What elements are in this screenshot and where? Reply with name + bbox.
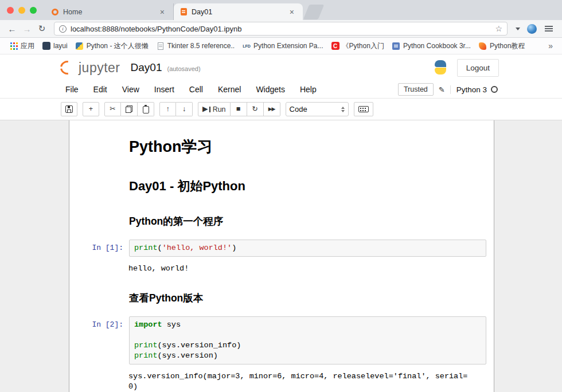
apps-grid-icon bbox=[10, 42, 12, 44]
add-cell-button[interactable]: + bbox=[83, 102, 99, 116]
token-print: print bbox=[134, 351, 158, 360]
address-bar[interactable]: i localhost:8888/notebooks/PythonCode/Da… bbox=[54, 22, 508, 36]
restart-kernel-button[interactable]: ↻ bbox=[247, 102, 264, 116]
python-favicon-icon bbox=[76, 42, 83, 50]
browser-menu-icon[interactable] bbox=[545, 28, 553, 29]
navigation-bar: ← → ↻ i localhost:8888/notebooks/PythonC… bbox=[0, 20, 562, 38]
jupyter-swirl-icon bbox=[60, 60, 75, 75]
jupyter-toolbar: + ✂ ↑ ↓ ▶ Run ■ ↻ ▶▶ Code bbox=[0, 99, 562, 120]
new-tab-button[interactable] bbox=[303, 5, 325, 19]
move-cell-down-button[interactable]: ↓ bbox=[176, 102, 193, 116]
tab-list: Home × Day01 × bbox=[45, 0, 321, 20]
tab-close-icon[interactable]: × bbox=[158, 7, 166, 17]
bookmark-python-tutorial[interactable]: Python教程 bbox=[475, 40, 529, 53]
back-icon[interactable]: ← bbox=[5, 24, 19, 34]
run-cell-button[interactable]: ▶ Run bbox=[198, 102, 231, 116]
bookmark-python-cookbook[interactable]: Python Cookbook 3r... bbox=[388, 40, 475, 52]
bookmark-layui[interactable]: layui bbox=[38, 40, 72, 52]
copy-cell-button[interactable] bbox=[121, 102, 138, 116]
cell-type-value: Code bbox=[290, 105, 307, 113]
token-print: print bbox=[134, 244, 158, 252]
markdown-cell-h1[interactable]: Python学习 bbox=[69, 127, 494, 165]
bookmark-label: Python教程 bbox=[490, 41, 525, 51]
output-text-1: hello, world! bbox=[128, 261, 487, 276]
markdown-cell-h2[interactable]: Day01 - 初始Python bbox=[69, 165, 494, 203]
forward-icon[interactable]: → bbox=[19, 24, 34, 34]
fast-forward-icon: ▶▶ bbox=[268, 107, 275, 112]
zoom-window-button[interactable] bbox=[30, 7, 37, 14]
kernel-name: Python 3 bbox=[456, 85, 487, 94]
bookmarks-overflow-chevron[interactable]: » bbox=[545, 41, 556, 50]
jupyter-header: jupyter Day01 (autosaved) Logout bbox=[0, 54, 562, 81]
code-cell-2[interactable]: In [2]: import sys print(sys.version_inf… bbox=[69, 313, 494, 368]
edit-mode-pencil-icon: ✎ bbox=[439, 85, 445, 94]
code-input-1[interactable]: print('hello, world!') bbox=[129, 240, 486, 257]
interrupt-kernel-button[interactable]: ■ bbox=[231, 102, 247, 116]
cell-type-dropdown[interactable]: Code bbox=[286, 102, 349, 116]
restart-run-all-button[interactable]: ▶▶ bbox=[264, 102, 280, 116]
traffic-lights bbox=[7, 7, 37, 14]
code-cell-1[interactable]: In [1]: print('hello, world!') bbox=[69, 236, 494, 260]
bookmark-label: Python - 这个人很懒 bbox=[87, 41, 149, 51]
jupyter-favicon bbox=[52, 9, 58, 15]
menu-edit[interactable]: Edit bbox=[86, 83, 115, 96]
output-area-2: sys.version_info(major=3, minor=6, micro… bbox=[69, 368, 494, 392]
paste-cell-button[interactable] bbox=[138, 102, 154, 116]
notebook-title[interactable]: Day01 bbox=[131, 61, 162, 74]
bookmark-python-blog[interactable]: Python - 这个人很懒 bbox=[72, 40, 153, 53]
input-prompt: In [1]: bbox=[73, 240, 129, 257]
browser-window: Home × Day01 × ← → ↻ i localhost:8888/no… bbox=[0, 0, 562, 392]
tab-day01[interactable]: Day01 × bbox=[174, 3, 303, 20]
command-palette-button[interactable] bbox=[354, 102, 373, 116]
reload-icon[interactable]: ↻ bbox=[34, 23, 49, 34]
output-area-1: hello, world! bbox=[69, 260, 494, 280]
feather-favicon-icon bbox=[479, 42, 486, 50]
keyboard-icon bbox=[358, 106, 369, 112]
page-info-icon[interactable]: i bbox=[59, 25, 67, 33]
bookmark-tkinter[interactable]: Tkinter 8.5 reference.. bbox=[153, 40, 239, 52]
document-favicon-icon bbox=[158, 42, 163, 50]
token-print: print bbox=[134, 341, 158, 350]
logout-button[interactable]: Logout bbox=[457, 59, 499, 77]
bookmark-python-extension[interactable]: LFD Python Extension Pa... bbox=[239, 40, 327, 52]
move-cell-up-button[interactable]: ↑ bbox=[159, 102, 176, 116]
bookmark-label: Python Extension Pa... bbox=[253, 42, 323, 50]
jupyter-logo[interactable]: jupyter bbox=[60, 60, 120, 76]
kernel-status-icon bbox=[491, 86, 498, 93]
run-label: Run bbox=[213, 105, 226, 113]
menu-view[interactable]: View bbox=[115, 83, 147, 96]
bookmarks-bar: 应用 layui Python - 这个人很懒 Tkinter 8.5 refe… bbox=[0, 38, 562, 54]
save-icon bbox=[65, 105, 73, 113]
menu-kernel[interactable]: Kernel bbox=[210, 83, 248, 96]
cut-cell-button[interactable]: ✂ bbox=[104, 102, 121, 116]
downloads-caret-icon[interactable] bbox=[516, 28, 520, 30]
paste-icon bbox=[143, 106, 149, 113]
notebook-favicon bbox=[181, 8, 187, 15]
profile-avatar-icon[interactable] bbox=[527, 24, 537, 34]
markdown-cell-h3-first-program[interactable]: Python的第一个程序 bbox=[69, 203, 494, 236]
notebook-container: Python学习 Day01 - 初始Python Python的第一个程序 I… bbox=[69, 120, 494, 392]
minimize-window-button[interactable] bbox=[18, 7, 25, 14]
output-text-2: sys.version_info(major=3, minor=6, micro… bbox=[128, 369, 487, 392]
trusted-button[interactable]: Trusted bbox=[398, 83, 434, 96]
tab-home[interactable]: Home × bbox=[45, 3, 174, 20]
menu-file[interactable]: File bbox=[61, 83, 86, 96]
notebook-scroll-area[interactable]: Python学习 Day01 - 初始Python Python的第一个程序 I… bbox=[0, 120, 562, 392]
menu-widgets[interactable]: Widgets bbox=[248, 83, 292, 96]
python-logo-icon bbox=[433, 60, 448, 75]
jupyter-logo-text: jupyter bbox=[79, 60, 120, 76]
save-button[interactable] bbox=[61, 102, 77, 116]
scissors-icon: ✂ bbox=[110, 105, 115, 113]
menu-cell[interactable]: Cell bbox=[182, 83, 210, 96]
restart-icon: ↻ bbox=[252, 105, 257, 113]
tab-close-icon[interactable]: × bbox=[288, 7, 296, 17]
bookmark-apps[interactable]: 应用 bbox=[6, 40, 38, 53]
bookmark-python-intro[interactable]: C 《Python入门 bbox=[327, 40, 388, 53]
arrow-up-icon: ↑ bbox=[166, 105, 169, 113]
bookmark-star-icon[interactable]: ☆ bbox=[495, 24, 502, 33]
close-window-button[interactable] bbox=[7, 7, 14, 14]
menu-help[interactable]: Help bbox=[292, 83, 324, 96]
code-input-2[interactable]: import sys print(sys.version_info) print… bbox=[129, 316, 486, 364]
menu-insert[interactable]: Insert bbox=[147, 83, 182, 96]
markdown-cell-h3-version[interactable]: 查看Python版本 bbox=[69, 280, 494, 313]
